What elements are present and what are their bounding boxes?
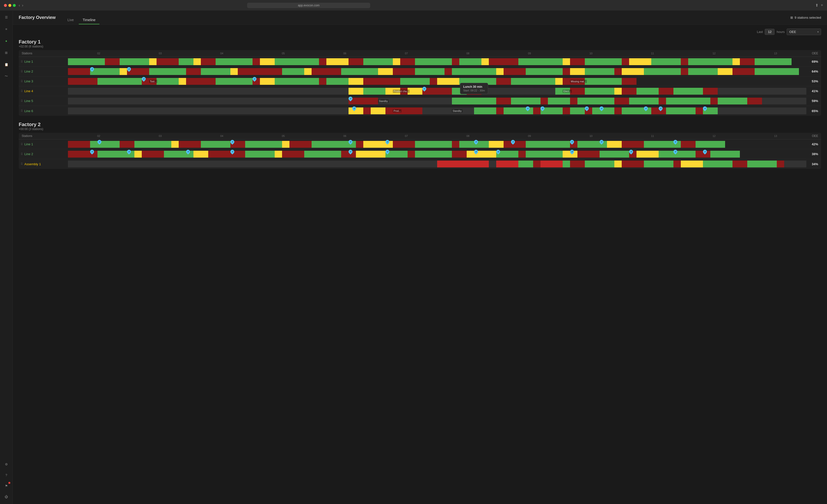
factory-1-name: Factory 1	[19, 39, 821, 45]
factory-1-table: Stations 02 03 04 05 06 07 08	[19, 50, 821, 116]
sidebar-icon-reports[interactable]: 📋	[3, 61, 10, 68]
maximize-button[interactable]	[13, 4, 16, 7]
station-name-f1-l3[interactable]: ⠿ Line 3	[19, 79, 68, 83]
table-row: ⠿ Line 5 Standby	[19, 96, 821, 106]
factory-2-section: Factory 2 +00:00 (3 stations) Stations	[19, 122, 821, 169]
station-name-f2-l1[interactable]: ⠿ Line 1	[19, 143, 68, 146]
last-label: Last	[757, 30, 763, 34]
table-row: ⠿ Line 2	[19, 67, 821, 76]
traffic-lights	[4, 4, 16, 7]
station-name-f1-l2[interactable]: ⠿ Line 2	[19, 69, 68, 73]
oee-value-f2-l1: 42%	[806, 143, 821, 146]
factory-2-header-row: Stations 02 03 04 05 06 07 08	[19, 133, 821, 139]
station-name-f1-l1[interactable]: ⠿ Line 1	[19, 60, 68, 63]
factory-1-section: Factory 1 +02:00 (6 stations) Stations	[19, 39, 821, 116]
sidebar-bottom: ⚙ ? ⚑ ⏻ 😊	[2, 461, 10, 504]
main-area: Factory Overview Live Timeline ⊞ 9 stati…	[13, 11, 827, 504]
station-label: Line 5	[25, 99, 33, 103]
station-label: Line 1	[25, 60, 33, 63]
power-icon[interactable]: ⏻	[3, 493, 10, 500]
sidebar-icon-list[interactable]: ≡	[3, 25, 10, 33]
station-label: Line 3	[25, 79, 33, 83]
table-row: ⠿ Line 1	[19, 139, 821, 149]
timeline-bar-f1-l6: Standby	[68, 107, 806, 114]
metric-select[interactable]: OEE Availability Performance Quality	[787, 29, 821, 35]
station-label: Assembly 1	[25, 162, 41, 166]
drag-handle: ⠿	[21, 90, 23, 93]
hours-input[interactable]	[765, 29, 775, 35]
oee-value-f1-l1: 69%	[806, 60, 821, 63]
forward-button[interactable]: ›	[22, 3, 23, 8]
table-row: ⠿ Line 2	[19, 149, 821, 159]
oee-value-f1-l6: 65%	[806, 109, 821, 113]
station-label: Line 1	[25, 143, 33, 146]
drag-handle: ⠿	[21, 70, 23, 73]
timeline-bar-f2-l1	[68, 141, 806, 148]
table-row: ⠿ Line 4 Standby	[19, 86, 821, 96]
sidebar-icon-trend[interactable]: 〜	[3, 73, 10, 80]
factory-1-header-row: Stations 02 03 04 05 06 07 08	[19, 50, 821, 57]
timeline-bar-f1-l5: Standby	[68, 98, 806, 105]
content-area: Last hours OEE Availability Performance …	[13, 24, 827, 504]
time-labels-f2: 02 03 04 05 06 07 08 09 10 11	[68, 134, 806, 137]
page-title: Factory Overview	[19, 15, 56, 20]
factory-1-info: +02:00 (6 stations)	[19, 45, 821, 48]
timeline-bar-f1-l2	[68, 68, 806, 75]
time-axis-f1: 02 03 04 05 06 07 08 09 10 11	[68, 52, 806, 55]
close-button[interactable]	[4, 4, 7, 7]
app-container: ‹ › app.evocon.com ⬆ + ☰ ≡ ● ⊞ 📋 〜 ⚙ ? ⚑	[0, 0, 827, 504]
factory-2-name: Factory 2	[19, 122, 821, 127]
station-label: Line 4	[25, 89, 33, 93]
notifications-icon[interactable]: ⚑	[3, 482, 10, 489]
header-right: ⊞ 9 stations selected	[790, 16, 821, 19]
station-name-f1-l4[interactable]: ⠿ Line 4	[19, 89, 68, 93]
drag-handle: ⠿	[21, 153, 23, 156]
sidebar-icon-menu[interactable]: ☰	[3, 14, 10, 21]
station-name-f2-a1[interactable]: ⠿ Assembly 1	[19, 162, 68, 166]
controls-bar: Last hours OEE Availability Performance …	[19, 29, 821, 35]
oee-value-f1-l4: 41%	[806, 89, 821, 93]
sidebar-icon-grid[interactable]: ⊞	[3, 49, 10, 56]
stations-col-header-f2: Stations	[19, 134, 68, 138]
drag-handle: ⠿	[21, 143, 23, 146]
tab-timeline[interactable]: Timeline	[79, 16, 99, 24]
share-icon[interactable]: ⬆	[815, 3, 818, 8]
url-bar[interactable]: app.evocon.com	[247, 3, 370, 8]
browser-actions: ⬆ +	[815, 3, 823, 8]
metric-select-wrapper: OEE Availability Performance Quality	[787, 29, 821, 35]
oee-value-f2-a1: 34%	[806, 162, 821, 166]
factory-2-table: Stations 02 03 04 05 06 07 08	[19, 133, 821, 169]
drag-handle: ⠿	[21, 99, 23, 103]
new-tab-icon[interactable]: +	[821, 3, 823, 8]
timeline-bar-f2-l2	[68, 151, 806, 158]
stations-col-header: Stations	[19, 52, 68, 55]
oee-value-f2-l2: 38%	[806, 152, 821, 156]
factory-2-header: Factory 2 +00:00 (3 stations)	[19, 122, 821, 131]
table-row: ⠿ Assembly 1 Shift not running	[19, 159, 821, 169]
browser-chrome: ‹ › app.evocon.com ⬆ +	[0, 0, 827, 11]
app-header: Factory Overview Live Timeline ⊞ 9 stati…	[13, 11, 827, 24]
tab-live[interactable]: Live	[63, 16, 78, 24]
grid-icon: ⊞	[790, 16, 793, 19]
station-name-f1-l6[interactable]: ⠿ Line 6	[19, 109, 68, 113]
station-name-f1-l5[interactable]: ⠿ Line 5	[19, 99, 68, 103]
oee-value-f1-l5: 59%	[806, 99, 821, 103]
settings-icon[interactable]: ⚙	[3, 461, 10, 467]
time-axis-f2: 02 03 04 05 06 07 08 09 10 11	[68, 134, 806, 137]
help-icon[interactable]: ?	[3, 471, 10, 479]
station-label: Line 2	[25, 152, 33, 156]
oee-value-f1-l2: 64%	[806, 69, 821, 73]
station-label: Line 2	[25, 69, 33, 73]
station-name-f2-l2[interactable]: ⠿ Line 2	[19, 152, 68, 156]
back-button[interactable]: ‹	[19, 3, 20, 8]
table-row: ⠿ Line 1	[19, 57, 821, 67]
hours-label: hours	[777, 30, 785, 34]
oee-col-header: OEE	[806, 52, 821, 55]
app-body: ☰ ≡ ● ⊞ 📋 〜 ⚙ ? ⚑ ⏻ 😊 Factory Overview	[0, 11, 827, 504]
drag-handle: ⠿	[21, 80, 23, 83]
minimize-button[interactable]	[8, 4, 11, 7]
factory-1-header: Factory 1 +02:00 (6 stations)	[19, 39, 821, 48]
timeline-bar-f1-l1	[68, 58, 806, 65]
sidebar-icon-circle[interactable]: ●	[3, 37, 10, 44]
stations-selected-badge[interactable]: ⊞ 9 stations selected	[790, 16, 821, 19]
